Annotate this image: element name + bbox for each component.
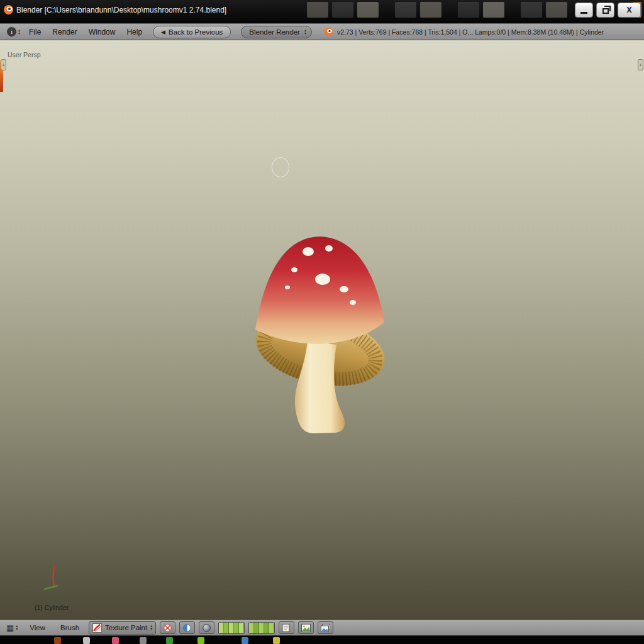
page-icon: [282, 624, 291, 632]
palette-swatch[interactable]: [269, 623, 274, 633]
menu-help[interactable]: Help: [121, 26, 148, 38]
active-object-label: (1) Cylinder: [35, 604, 69, 611]
back-arrow-icon: ◀: [161, 29, 165, 35]
blender-window: Blender [C:\Users\briandunn\Desktop\mush…: [0, 0, 644, 644]
palette-swatch[interactable]: [264, 623, 269, 633]
titlebar-thumbnail: [420, 2, 441, 18]
viewport-3d[interactable]: User Persp + +: [0, 40, 644, 619]
taskbar-icon[interactable]: [166, 637, 173, 644]
close-button[interactable]: X: [618, 3, 641, 18]
texture-paint-icon: [92, 623, 102, 633]
render-engine-select[interactable]: Blender Render ▴▾: [241, 26, 312, 38]
brush-cursor: [272, 157, 289, 177]
titlebar-thumbnail: [357, 2, 379, 18]
taskbar-icon[interactable]: [273, 637, 280, 644]
taskbar-icon[interactable]: [242, 637, 248, 644]
titlebar-thumbnail: [307, 2, 328, 18]
blue-sphere-icon: [182, 623, 192, 633]
render-engine-value: Blender Render: [249, 28, 300, 36]
taskbar-icon[interactable]: [83, 637, 90, 644]
chevron-up-down-icon: ▴▾: [18, 29, 20, 35]
shading-button[interactable]: [199, 621, 214, 634]
palette-swatch[interactable]: [224, 623, 229, 633]
blender-logo-icon: [322, 27, 333, 36]
menu-render[interactable]: Render: [47, 26, 82, 38]
palette-swatch[interactable]: [254, 623, 259, 633]
pivot-point-button[interactable]: [160, 621, 175, 634]
back-to-previous-button[interactable]: ◀ Back to Previous: [153, 26, 231, 38]
titlebar-thumbnail: [521, 2, 542, 18]
titlebar-thumbnail: [332, 2, 353, 18]
palette-swatch[interactable]: [229, 623, 234, 633]
interaction-mode-value: Texture Paint: [105, 624, 147, 631]
image-new-button[interactable]: [279, 621, 294, 634]
info-header: i ▴▾ File Render Window Help ◀ Back to P…: [0, 23, 644, 40]
titlebar-thumbnail: [395, 2, 416, 18]
chevron-up-down-icon: ▴▾: [304, 29, 306, 35]
area-corner-widget-right[interactable]: +: [638, 59, 643, 70]
mushroom-model[interactable]: [248, 230, 392, 438]
minimize-icon: [580, 12, 587, 14]
taskbar-icon[interactable]: [112, 637, 119, 644]
palette-swatch[interactable]: [249, 623, 254, 633]
chevron-up-down-icon: ▴▾: [150, 625, 152, 631]
taskbar-icon[interactable]: [197, 637, 204, 644]
titlebar-thumbnail: [483, 2, 504, 18]
viewport-editor-icon: ▦: [6, 624, 14, 632]
editor-type-select[interactable]: i ▴▾: [4, 26, 23, 38]
taskbar-icon[interactable]: [140, 637, 147, 644]
menu-window[interactable]: Window: [83, 26, 121, 38]
palette-swatch[interactable]: [239, 623, 244, 633]
palette-swatch[interactable]: [259, 623, 264, 633]
restore-icon: [602, 8, 609, 14]
chevron-up-down-icon: ▴▾: [16, 625, 18, 631]
minimize-button[interactable]: [575, 3, 593, 18]
color-palette-2[interactable]: [248, 622, 275, 634]
color-palette-1[interactable]: [218, 622, 245, 634]
menu-file[interactable]: File: [23, 26, 47, 38]
titlebar-thumbnail: [546, 2, 567, 18]
palette-swatch[interactable]: [219, 623, 224, 633]
image-icon: [301, 624, 311, 632]
red-target-icon: [163, 623, 172, 633]
editor-type-select[interactable]: ▦ ▴▾: [4, 623, 20, 633]
window-controls: X: [575, 3, 641, 18]
gray-sphere-icon: [202, 623, 211, 633]
viewport-header: ▦ ▴▾ View Brush Texture Paint ▴▾: [0, 619, 644, 636]
view-mode-label: User Persp: [8, 51, 41, 58]
image-browse-button[interactable]: [298, 621, 314, 634]
scene-statistics: v2.73 | Verts:769 | Faces:768 | Tris:1,5…: [337, 28, 604, 36]
area-corner-widget-left[interactable]: +: [1, 59, 6, 70]
menu-view[interactable]: View: [24, 622, 51, 633]
image-stack-icon: [321, 624, 330, 632]
window-title: Blender [C:\Users\briandunn\Desktop\mush…: [16, 6, 226, 14]
axis-gizmo: [39, 562, 68, 591]
windows-taskbar[interactable]: [0, 636, 644, 644]
mushroom-cap: [255, 236, 384, 344]
interaction-mode-select[interactable]: Texture Paint ▴▾: [89, 621, 156, 635]
palette-swatch[interactable]: [234, 623, 239, 633]
titlebar-thumbnail: [458, 2, 479, 18]
blender-app-icon: [3, 4, 14, 15]
info-editor-icon: i: [7, 27, 16, 36]
image-save-button[interactable]: [318, 621, 333, 634]
restore-button[interactable]: [596, 3, 614, 18]
manipulator-button[interactable]: [179, 621, 195, 634]
taskbar-icon[interactable]: [54, 637, 61, 644]
window-titlebar[interactable]: Blender [C:\Users\briandunn\Desktop\mush…: [0, 0, 644, 23]
menu-brush[interactable]: Brush: [55, 622, 85, 633]
back-to-previous-label: Back to Previous: [169, 28, 223, 36]
